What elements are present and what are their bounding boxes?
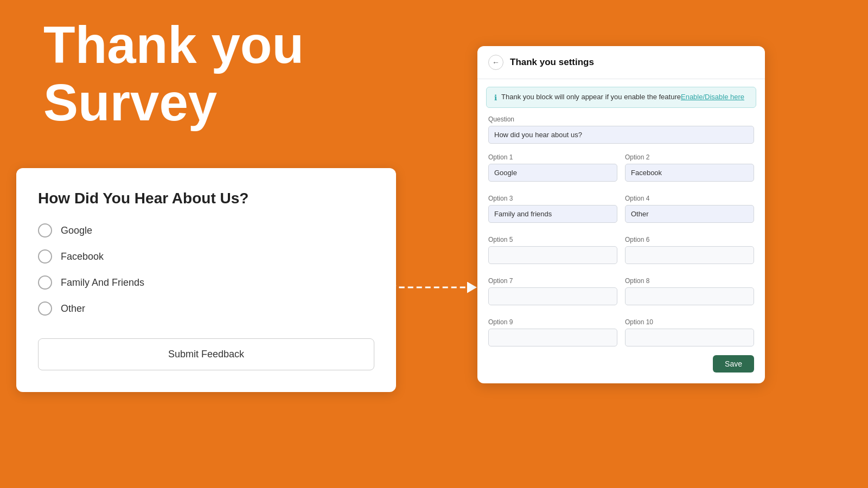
option-group-1: Option 1 [488, 146, 617, 182]
radio-other[interactable] [38, 301, 52, 316]
option-family-label: Family And Friends [61, 277, 144, 288]
question-input[interactable] [488, 126, 754, 144]
back-button[interactable]: ← [488, 55, 503, 70]
info-icon: ℹ [494, 93, 497, 102]
save-row: Save [488, 355, 754, 373]
option5-label: Option 5 [488, 236, 617, 243]
option1-input[interactable] [488, 164, 617, 182]
survey-card: How Did You Hear About Us? Google Facebo… [16, 168, 396, 392]
options-grid: Option 1 Option 2 Option 3 Option 4 Opti… [488, 146, 754, 346]
option4-input[interactable] [625, 205, 754, 223]
question-label: Question [488, 115, 754, 123]
settings-title: Thank you settings [510, 57, 594, 68]
option-facebook[interactable]: Facebook [38, 249, 374, 264]
option-group-2: Option 2 [625, 146, 754, 182]
option1-label: Option 1 [488, 153, 617, 161]
option7-label: Option 7 [488, 277, 617, 285]
option-group-5: Option 5 [488, 228, 617, 264]
option9-label: Option 9 [488, 318, 617, 326]
option10-input[interactable] [625, 329, 754, 346]
option-group-4: Option 4 [625, 187, 754, 223]
settings-panel: ← Thank you settings ℹ Thank you block w… [477, 46, 765, 383]
option8-input[interactable] [625, 287, 754, 305]
hero-title: Thank you Survey [43, 16, 304, 131]
hero-line2: Survey [43, 74, 304, 131]
option10-label: Option 10 [625, 318, 754, 326]
option-facebook-label: Facebook [61, 251, 104, 262]
info-text: Thank you block will only appear if you … [501, 93, 744, 101]
option-other-label: Other [61, 303, 85, 314]
submit-button[interactable]: Submit Feedback [38, 338, 374, 370]
option-google[interactable]: Google [38, 223, 374, 237]
option-group-6: Option 6 [625, 228, 754, 264]
option-other[interactable]: Other [38, 301, 374, 316]
radio-facebook[interactable] [38, 249, 52, 264]
option2-input[interactable] [625, 164, 754, 182]
option8-label: Option 8 [625, 277, 754, 285]
option-family[interactable]: Family And Friends [38, 275, 374, 290]
info-banner: ℹ Thank you block will only appear if yo… [486, 87, 756, 108]
option9-input[interactable] [488, 329, 617, 346]
option2-label: Option 2 [625, 153, 754, 161]
option-group-8: Option 8 [625, 269, 754, 305]
enable-disable-link[interactable]: Enable/Disable here [681, 93, 744, 101]
option-group-3: Option 3 [488, 187, 617, 223]
option6-label: Option 6 [625, 236, 754, 243]
radio-google[interactable] [38, 223, 52, 237]
option-group-7: Option 7 [488, 269, 617, 305]
settings-body: Question Option 1 Option 2 Option 3 Opti… [477, 115, 765, 383]
option-group-9: Option 9 [488, 311, 617, 346]
radio-family[interactable] [38, 275, 52, 290]
option3-input[interactable] [488, 205, 617, 223]
survey-question: How Did You Hear About Us? [38, 190, 374, 207]
option6-input[interactable] [625, 246, 754, 264]
option-google-label: Google [61, 225, 92, 236]
option-group-10: Option 10 [625, 311, 754, 346]
hero-line1: Thank you [43, 16, 304, 74]
settings-header: ← Thank you settings [477, 46, 765, 79]
option7-input[interactable] [488, 287, 617, 305]
option5-input[interactable] [488, 246, 617, 264]
option4-label: Option 4 [625, 195, 754, 202]
save-button[interactable]: Save [713, 355, 754, 373]
option3-label: Option 3 [488, 195, 617, 202]
